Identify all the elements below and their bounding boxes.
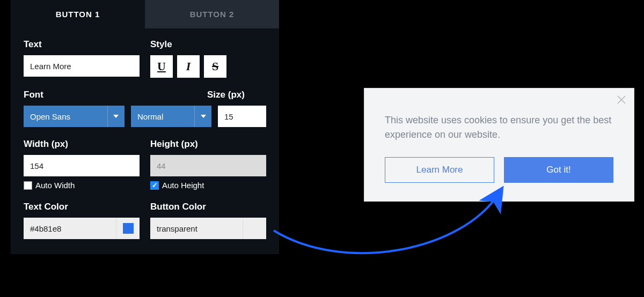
tab-button-2[interactable]: BUTTON 2 (145, 0, 279, 28)
chevron-down-icon (107, 106, 125, 127)
button-color-value: transparent (150, 218, 243, 239)
font-weight-select[interactable]: Normal (131, 106, 211, 127)
cookie-consent-modal: This website uses cookies to ensure you … (364, 88, 634, 202)
label-size: Size (px) (207, 90, 266, 100)
height-input (150, 155, 266, 176)
tabs: BUTTON 1 BUTTON 2 (11, 0, 279, 28)
cookie-message: This website uses cookies to ensure you … (385, 113, 613, 142)
text-color-value: #4b81e8 (24, 218, 116, 239)
font-family-value: Open Sans (30, 112, 70, 121)
learn-more-button[interactable]: Learn More (385, 157, 494, 183)
label-text: Text (24, 39, 140, 50)
button-color-input[interactable]: transparent (150, 218, 266, 239)
auto-height-label: Auto Height (162, 181, 204, 190)
strikethrough-toggle[interactable]: S (204, 55, 226, 78)
font-weight-value: Normal (137, 112, 163, 121)
close-icon[interactable] (617, 95, 626, 105)
label-style: Style (150, 39, 266, 50)
label-text-color: Text Color (24, 202, 140, 212)
button-color-swatch[interactable] (243, 218, 266, 239)
auto-height-checkbox[interactable] (150, 181, 159, 190)
font-size-input[interactable] (218, 106, 266, 127)
auto-width-checkbox[interactable] (24, 181, 32, 190)
auto-width-label: Auto Width (35, 181, 75, 190)
label-height: Height (px) (150, 139, 266, 150)
label-button-color: Button Color (150, 202, 266, 212)
underline-toggle[interactable]: U (150, 55, 173, 78)
text-color-swatch[interactable] (116, 218, 140, 239)
text-input[interactable] (24, 55, 140, 77)
button-settings-panel: BUTTON 1 BUTTON 2 Text Style U I S Font (11, 0, 279, 254)
got-it-button[interactable]: Got it! (504, 157, 613, 183)
tab-button-1[interactable]: BUTTON 1 (11, 0, 145, 28)
width-input[interactable] (24, 155, 140, 176)
label-width: Width (px) (24, 139, 140, 150)
text-color-input[interactable]: #4b81e8 (24, 218, 140, 239)
chevron-down-icon (194, 106, 211, 127)
italic-toggle[interactable]: I (177, 55, 200, 78)
label-font: Font (24, 90, 125, 100)
font-family-select[interactable]: Open Sans (24, 106, 125, 127)
